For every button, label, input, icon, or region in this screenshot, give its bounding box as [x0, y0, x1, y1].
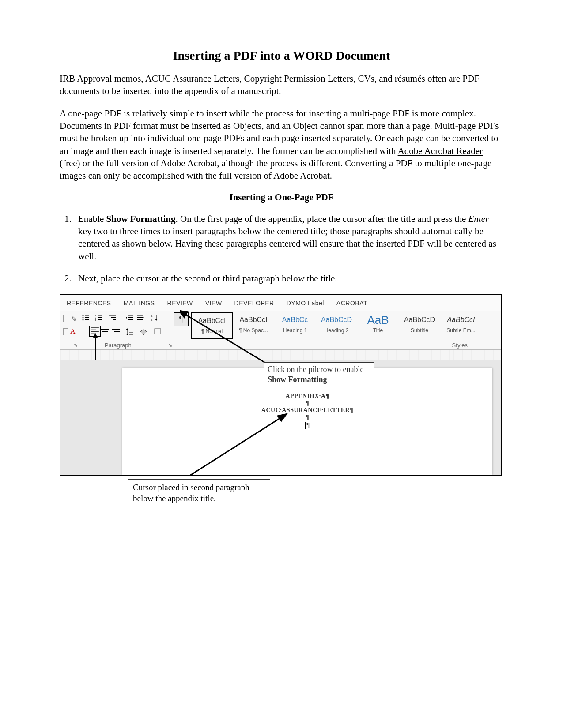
svg-marker-18	[126, 316, 127, 319]
font-size-dropdown-icon[interactable]	[63, 328, 68, 335]
show-formatting-pilcrow-button[interactable]: ¶	[174, 312, 189, 326]
group-label-styles: Styles	[452, 342, 468, 349]
svg-rect-20	[137, 317, 143, 318]
svg-rect-14	[113, 319, 116, 320]
style-title[interactable]: AaB Title	[357, 312, 399, 339]
cursor-line: ¶	[122, 421, 492, 429]
paragraph-launcher-icon[interactable]: ⬊	[168, 342, 172, 348]
svg-rect-29	[101, 334, 109, 334]
svg-rect-36	[129, 330, 133, 330]
style-no-spacing[interactable]: AaBbCcI ¶ No Spac...	[233, 312, 274, 339]
style-h1-sample: AaBbCc	[274, 314, 316, 326]
svg-marker-22	[143, 316, 144, 319]
svg-rect-37	[129, 332, 133, 333]
borders-icon[interactable]	[154, 328, 162, 335]
sort-icon[interactable]: AZ	[151, 314, 159, 321]
svg-rect-13	[111, 317, 116, 318]
align-right-icon[interactable]	[112, 328, 120, 335]
intro2-b: (free) or the full version of Adobe Acro…	[60, 158, 491, 181]
intro-paragraph-2: A one-page PDF is relatively simple to i…	[60, 107, 503, 182]
style-subtitle[interactable]: AaBbCcD Subtitle	[399, 312, 440, 339]
pilcrow-line-2: ¶	[122, 414, 492, 421]
svg-rect-1	[85, 315, 89, 316]
svg-rect-19	[137, 315, 143, 316]
clipboard-launcher-icon[interactable]: ⬊	[74, 342, 78, 348]
svg-point-4	[83, 319, 84, 321]
svg-rect-40	[91, 328, 99, 329]
ribbon-body: ✎ A 123 A	[60, 311, 501, 350]
svg-marker-35	[126, 334, 128, 335]
appendix-subtitle-line: ACUC·ASSURANCE·LETTER¶	[122, 407, 492, 414]
line-spacing-icon[interactable]	[126, 328, 134, 335]
step1-c: . On the first page of the appendix, pla…	[175, 214, 468, 224]
tab-dymo[interactable]: DYMO Label	[287, 300, 324, 307]
style-subtle-emphasis[interactable]: AaBbCcI Subtle Em...	[440, 312, 482, 339]
style-se-label: Subtle Em...	[440, 327, 482, 334]
svg-rect-5	[85, 319, 89, 320]
shading-icon[interactable]	[140, 328, 148, 335]
increase-indent-icon[interactable]	[137, 314, 145, 321]
svg-rect-17	[128, 319, 133, 320]
svg-rect-41	[91, 330, 96, 330]
callout1-b: Show Formatting	[268, 375, 327, 384]
bullets-icon[interactable]	[82, 314, 90, 321]
ruler	[60, 350, 501, 360]
tab-references[interactable]: REFERENCES	[67, 300, 111, 307]
section-heading-one-page: Inserting a One-Page PDF	[60, 192, 503, 203]
svg-marker-26	[155, 319, 158, 321]
decrease-indent-icon[interactable]	[126, 314, 134, 321]
style-nospacing-sample: AaBbCcI	[233, 314, 274, 326]
svg-rect-15	[128, 315, 133, 316]
style-normal-label: ¶ Normal	[192, 328, 232, 334]
style-h1-label: Heading 1	[274, 327, 316, 334]
svg-point-2	[83, 317, 84, 319]
callout-pilcrow: Click on the pilcrow to enable Show Form…	[264, 362, 374, 387]
svg-rect-21	[137, 319, 143, 320]
style-title-label: Title	[357, 327, 399, 334]
align-center-icon[interactable]	[101, 328, 109, 335]
svg-rect-31	[114, 331, 120, 332]
font-color-icon[interactable]: A	[70, 327, 76, 334]
multilevel-list-icon[interactable]	[109, 314, 117, 321]
step1-e: key two to three times to insert paragra…	[78, 226, 496, 262]
svg-rect-28	[102, 331, 108, 332]
svg-rect-27	[101, 329, 109, 330]
page-title: Inserting a PDF into a WORD Document	[60, 49, 503, 63]
svg-rect-32	[112, 334, 120, 334]
style-heading1[interactable]: AaBbCc Heading 1	[274, 312, 316, 339]
group-label-paragraph: Paragraph	[105, 342, 132, 349]
svg-rect-30	[112, 329, 120, 330]
style-normal-sample: AaBbCcI	[192, 315, 232, 327]
format-painter-icon[interactable]: ✎	[71, 315, 77, 321]
tab-review[interactable]: REVIEW	[167, 300, 193, 307]
numbering-icon[interactable]: 123	[95, 314, 103, 321]
step-2: Next, place the cursor at the second or …	[74, 272, 503, 285]
svg-text:3: 3	[95, 319, 96, 321]
word-ribbon-screenshot: REFERENCES MAILINGS REVIEW VIEW DEVELOPE…	[60, 294, 502, 476]
style-se-sample: AaBbCcI	[440, 314, 482, 326]
step1-b: Show Formatting	[106, 214, 176, 224]
style-normal[interactable]: AaBbCcI ¶ Normal	[191, 312, 233, 339]
svg-text:A: A	[151, 315, 153, 318]
svg-rect-38	[129, 334, 133, 335]
svg-rect-11	[98, 319, 102, 320]
tab-mailings[interactable]: MAILINGS	[124, 300, 155, 307]
callout1-a: Click on the pilcrow to enable	[268, 365, 363, 374]
step1-a: Enable	[78, 214, 106, 224]
font-dropdown-icon[interactable]	[63, 315, 68, 322]
pilcrow-line-1: ¶	[122, 400, 492, 407]
svg-rect-3	[85, 317, 89, 318]
style-heading2[interactable]: AaBbCcD Heading 2	[316, 312, 357, 339]
tab-developer[interactable]: DEVELOPER	[234, 300, 274, 307]
adobe-acrobat-reader-link[interactable]: Adobe Acrobat Reader	[398, 146, 483, 156]
svg-rect-42	[91, 332, 99, 333]
svg-point-0	[83, 315, 84, 316]
tab-acrobat[interactable]: ACROBAT	[336, 300, 367, 307]
styles-gallery: AaBbCcI ¶ Normal AaBbCcI ¶ No Spac... Aa…	[191, 312, 499, 339]
svg-rect-9	[98, 317, 102, 318]
svg-rect-16	[128, 317, 133, 318]
svg-rect-7	[98, 315, 102, 316]
steps-list: Enable Show Formatting. On the first pag…	[60, 213, 503, 285]
tab-view[interactable]: VIEW	[205, 300, 222, 307]
svg-text:Z: Z	[151, 318, 153, 321]
